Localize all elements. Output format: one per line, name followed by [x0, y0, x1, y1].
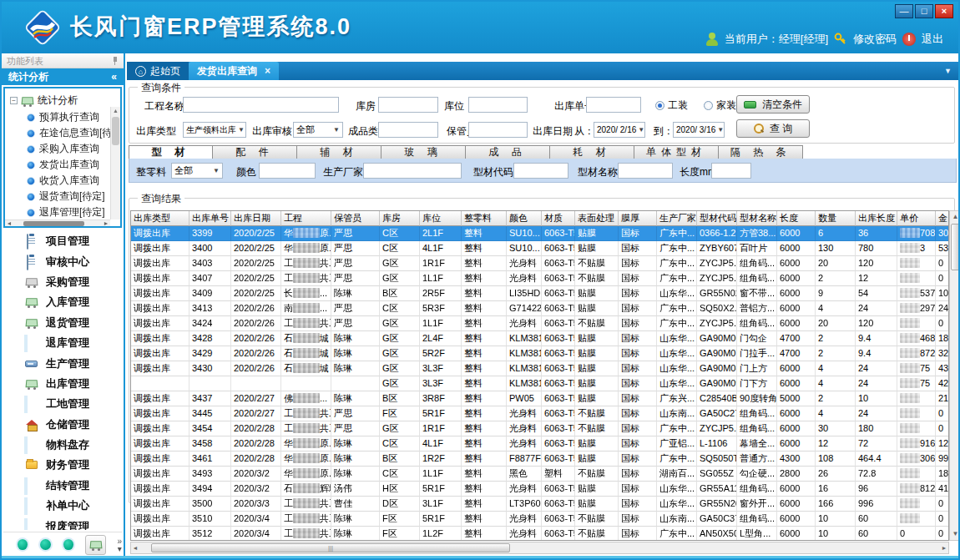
tree-item-6[interactable]: 退库管理[待定] [27, 204, 120, 220]
footer-dot-icon[interactable] [18, 539, 28, 550]
project-name-input[interactable] [183, 97, 339, 113]
maximize-button[interactable]: □ [915, 4, 933, 18]
search-button[interactable]: 查 询 [736, 119, 810, 138]
table-row[interactable]: 调拨出库35002020/3/3工共工程曹佳D区3L1F整料LT3P606063… [131, 497, 948, 512]
tree-item-0[interactable]: 预算执行查询 [27, 109, 120, 125]
table-row[interactable]: 调拨出库34542020/2/28工共工程严思G区1R1F整料光身料6063-T… [131, 421, 948, 436]
audit-select[interactable]: 全部▼ [293, 122, 343, 138]
tab-close-icon[interactable]: × [265, 65, 270, 77]
length-input[interactable] [711, 163, 751, 179]
sidebar-item-1[interactable]: 审核中心 [3, 251, 122, 271]
tree-horizontal-scrollbar[interactable]: ◄► [5, 219, 110, 226]
table-vertical-scrollbar[interactable]: ▲ ▼ [949, 210, 960, 541]
material-tab-3[interactable]: 玻 璃 [381, 145, 466, 159]
order-no-input[interactable] [586, 97, 641, 113]
tabstrip-dropdown-icon[interactable]: ▼ [944, 67, 952, 75]
close-button[interactable]: × [935, 4, 953, 18]
sidebar-item-4[interactable]: 退货管理 [3, 313, 122, 333]
table-row[interactable]: 调拨出库34072020/2/25工共工程严思G区1L1F整料光身料6063-T… [131, 271, 948, 286]
vertical-scroll-thumb[interactable] [951, 224, 960, 270]
table-row[interactable]: 调拨出库34302020/2/26石城陈琳G区3L3F整料KLM38176063… [131, 361, 948, 376]
column-header-amt[interactable]: 金 [936, 211, 949, 226]
sidebar-item-9[interactable]: 仓储管理 [3, 415, 122, 435]
material-tab-0[interactable]: 型 材 [129, 145, 213, 159]
table-row[interactable]: 调拨出库34932020/3/2华原...陈琳C区1L1F整料黑色塑料不贴膜国标… [131, 467, 948, 482]
column-header-price[interactable]: 单价 [897, 211, 936, 226]
logout-link[interactable]: 退出 [922, 32, 943, 47]
tree-item-5[interactable]: 退货查询[待定] [27, 189, 120, 204]
tree-item-1[interactable]: 在途信息查询[待 [27, 125, 120, 141]
column-header-surf[interactable]: 表面处理 [575, 211, 619, 226]
sidebar-item-10[interactable]: 物料盘存 [3, 435, 122, 455]
table-row[interactable]: 调拨出库34132020/2/26南...严思C区5R3F整料G71422606… [131, 301, 948, 316]
tree-item-3[interactable]: 发货出库查询 [27, 157, 120, 173]
minimize-button[interactable]: — [895, 4, 913, 18]
table-row[interactable]: 调拨出库34032020/2/25工共工程严思G区1R1F整料光身料6063-T… [131, 256, 948, 271]
out-type-select[interactable]: 生产领料出库▼ [183, 122, 246, 138]
radio-industrial[interactable]: 工装 [655, 98, 688, 113]
sidebar-item-0[interactable]: 项目管理 [3, 231, 122, 251]
footer-dot-icon[interactable] [63, 539, 73, 550]
profile-code-input[interactable] [513, 163, 568, 179]
table-row[interactable]: 调拨出库34452020/2/27工共工程严思F区5R1F整料光身料6063-T… [131, 406, 948, 421]
sidebar-item-6[interactable]: 生产管理 [3, 353, 122, 373]
column-header-date[interactable]: 出库日期 [231, 211, 281, 226]
location-input[interactable] [468, 97, 528, 113]
column-header-outlen[interactable]: 出库长度 [856, 211, 897, 226]
maker-input[interactable] [363, 163, 462, 179]
sidebar-item-7[interactable]: 出库管理 [3, 374, 122, 394]
column-header-type[interactable]: 出库类型 [131, 211, 189, 226]
radio-home[interactable]: 家装 [704, 98, 736, 113]
material-tab-1[interactable]: 配 件 [213, 145, 297, 159]
table-row[interactable]: 调拨出库33992020/2/25华原...严思C区2L1F整料SU10...6… [131, 226, 948, 241]
table-row[interactable]: 调拨出库35102020/3/4工共工程陈琳F区5R1F整料光身料6063-T5… [131, 512, 948, 527]
column-header-whole[interactable]: 整零料 [462, 211, 507, 226]
pin-icon[interactable] [111, 57, 119, 64]
tree-item-4[interactable]: 收货入库查询 [27, 173, 120, 189]
sidebar-item-11[interactable]: 财务管理 [3, 455, 122, 475]
material-tab-5[interactable]: 耗 材 [550, 145, 634, 159]
profile-name-input[interactable] [618, 163, 673, 179]
table-horizontal-scrollbar[interactable]: ◄ ||| ► [130, 542, 949, 554]
table-row[interactable]: 调拨出库34582020/2/28华原...陈琳C区4L1F整料光身料6063-… [131, 436, 948, 452]
column-header-len[interactable]: 长度 [777, 211, 816, 226]
sidebar-item-8[interactable]: 工地管理 [3, 394, 122, 414]
table-row[interactable]: 调拨出库34292020/2/26石城陈琳G区5R2F整料KLM38176063… [131, 346, 948, 361]
sidebar-item-2[interactable]: 采购管理 [3, 272, 122, 292]
material-tab-6[interactable]: 单体型材 [634, 145, 719, 159]
sidebar-item-13[interactable]: 补单中心 [3, 496, 122, 516]
clear-conditions-button[interactable]: 清空条件 [736, 95, 810, 114]
column-header-loc[interactable]: 库位 [420, 211, 462, 226]
sidebar-item-14[interactable]: 报废管理 [3, 516, 122, 530]
sidebar-item-3[interactable]: 入库管理 [3, 292, 122, 312]
column-header-color[interactable]: 颜色 [507, 211, 542, 226]
color-input[interactable] [259, 163, 316, 179]
scroll-up-arrow-icon[interactable]: ▲ [950, 211, 960, 223]
tab-home[interactable]: ⌂ 起始页 [127, 62, 189, 80]
keeper-input[interactable] [468, 122, 528, 138]
column-header-code[interactable]: 型材代码 [697, 211, 737, 226]
table-row[interactable]: 调拨出库34612020/2/28华原...陈琳B区1R2F整料F8877FT6… [131, 452, 948, 467]
table-row[interactable]: 调拨出库34092020/2/25长...陈琳B区2R5F整料LI35HD606… [131, 286, 948, 301]
horizontal-scroll-thumb[interactable]: ||| [151, 543, 510, 552]
tree-item-2[interactable]: 采购入库查询 [27, 141, 120, 157]
column-header-no[interactable]: 出库单号 [189, 211, 231, 226]
date-to-picker[interactable]: 2020/ 3/16▼ [673, 122, 725, 138]
collapse-icon[interactable]: « [111, 68, 117, 85]
column-header-qty[interactable]: 数量 [816, 211, 856, 226]
material-tab-2[interactable]: 辅 材 [297, 145, 381, 159]
date-from-picker[interactable]: 2020/ 2/16▼ [594, 122, 645, 138]
tree-vertical-scrollbar[interactable]: ▲ [110, 107, 120, 219]
material-tab-4[interactable]: 成 品 [466, 145, 550, 159]
change-password-link[interactable]: 修改密码 [853, 32, 897, 47]
footer-more-chevron[interactable]: »▾ [117, 537, 122, 552]
section-bar-statistics[interactable]: 统计分析 « [2, 68, 124, 85]
column-header-mat[interactable]: 材质 [542, 211, 575, 226]
scroll-left-arrow-icon[interactable]: ◄ [131, 545, 139, 551]
material-tab-7[interactable]: 隔 热 条 [719, 145, 803, 159]
scroll-right-arrow-icon[interactable]: ► [940, 545, 948, 551]
scroll-down-arrow-icon[interactable]: ▼ [950, 528, 960, 540]
tree-root[interactable]: − 统计分析 [5, 88, 120, 109]
product-type-input[interactable] [378, 122, 438, 138]
footer-cart-button[interactable] [85, 535, 106, 555]
